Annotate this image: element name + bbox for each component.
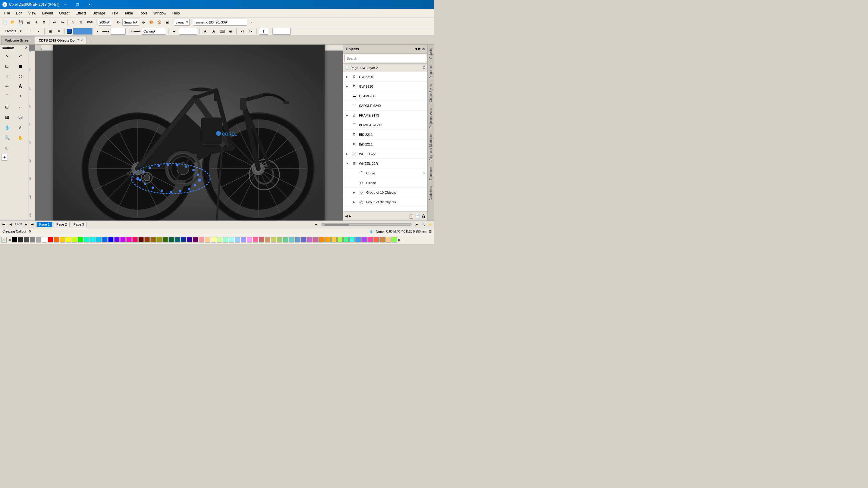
obj-item-group32[interactable]: ▶ ◎ Group of 32 Objects xyxy=(343,197,427,207)
end-arrow-dropdown[interactable]: ──▾ xyxy=(133,28,141,35)
objects-search-input[interactable] xyxy=(344,55,426,62)
obj-item-gw9990[interactable]: ▶ ⚙ GW-9990 xyxy=(343,82,427,91)
settings-button[interactable]: ⚙ xyxy=(140,19,147,26)
side-tab-transform[interactable]: Transform xyxy=(428,164,434,183)
nav-scroll-left[interactable]: ◀ xyxy=(313,222,319,227)
color-swatch-gold[interactable] xyxy=(331,237,337,242)
rectangle-tool[interactable]: ◻ xyxy=(1,61,13,71)
toolbox-add-button[interactable]: + xyxy=(1,154,8,161)
status-expand-icon[interactable]: ⊡ xyxy=(429,230,432,233)
obj-expand-gw8890[interactable]: ▶ xyxy=(346,75,349,78)
transform-button[interactable]: ⤡ xyxy=(69,19,76,26)
tab-document[interactable]: CDTS-2019 Objects Do...* ✕ xyxy=(35,36,87,44)
color-swatch-yellow2[interactable] xyxy=(66,237,71,242)
fill-tool[interactable]: 💧 xyxy=(1,123,13,132)
new-object-button[interactable]: 📄 xyxy=(415,214,420,219)
color-swatch-amber[interactable] xyxy=(325,237,331,242)
color-swatch-gray1[interactable] xyxy=(30,237,35,242)
obj-item-group10[interactable]: ▶ ○ Group of 10 Objects xyxy=(343,188,427,197)
color-swatch-dark2[interactable] xyxy=(24,237,29,242)
color-swatch-indigo[interactable] xyxy=(187,237,192,242)
color-swatch-medpurple[interactable] xyxy=(301,237,307,242)
menu-view[interactable]: View xyxy=(25,10,39,17)
menu-bitmaps[interactable]: Bitmaps xyxy=(90,10,108,17)
color-swatch-darkteal[interactable] xyxy=(175,237,180,242)
color-swatch-lightcyan[interactable] xyxy=(229,237,234,242)
page-number-input[interactable] xyxy=(259,28,268,35)
color-swatch-darkgreen[interactable] xyxy=(162,237,168,242)
color-swatch-turquoise[interactable] xyxy=(349,237,355,242)
side-tab-properties[interactable]: Properties xyxy=(428,62,434,82)
color-swatch-teal2[interactable] xyxy=(168,237,174,242)
perspective-tool[interactable]: 🎲 xyxy=(15,112,26,122)
obj-item-bik2211-1[interactable]: ▶ ⚙ BiK-2211 xyxy=(343,130,427,139)
color-swatch-orchid[interactable] xyxy=(307,237,313,242)
objects-panel-nav-right[interactable]: ▶ xyxy=(418,47,421,51)
color-swatch-springgreen[interactable] xyxy=(343,237,349,242)
footer-nav-right[interactable]: ▶ xyxy=(349,214,351,218)
color-swatch-dark1[interactable] xyxy=(18,237,23,242)
outline-style-btn[interactable]: ──▾ xyxy=(102,28,110,35)
nav-scroll-right[interactable]: ▶ xyxy=(414,222,420,227)
import-button[interactable]: ⬇ xyxy=(33,19,40,26)
ellipse-tool[interactable]: ○ xyxy=(1,71,13,81)
page-nav-next[interactable]: ▶ xyxy=(23,222,29,227)
color-swatch-lavender[interactable] xyxy=(241,237,246,242)
export-button[interactable]: ⬆ xyxy=(40,19,48,26)
page-nav-first[interactable]: ⏮ xyxy=(1,222,7,227)
tab-welcome[interactable]: Welcome Screen xyxy=(1,36,34,44)
color-swatch-paleviolet[interactable] xyxy=(313,237,318,242)
color-swatch-tan[interactable] xyxy=(265,237,270,242)
color-swatch-pink1[interactable] xyxy=(126,237,132,242)
outline-width-input[interactable]: 0.25 mm xyxy=(73,28,93,35)
connector-tool[interactable]: ▦ xyxy=(1,112,13,122)
side-tab-guidelines[interactable]: Guidelines xyxy=(428,184,434,203)
obj-item-clamp08[interactable]: ▶ ▬ CLAMP-08 xyxy=(343,91,427,101)
color-swatch-lime[interactable] xyxy=(72,237,78,242)
color-swatch-lightblue[interactable] xyxy=(235,237,240,242)
toolbox-close[interactable]: ✕ xyxy=(25,46,27,50)
color-swatch-seafoam[interactable] xyxy=(283,237,288,242)
zoom-dropdown[interactable]: 200%▾ xyxy=(98,19,111,26)
color-swatch-yellow1[interactable] xyxy=(60,237,65,242)
print-button[interactable]: 🖨 xyxy=(25,19,32,26)
objects-panel-nav-left[interactable]: ◀ xyxy=(415,47,417,51)
color-swatch-mint[interactable] xyxy=(223,237,228,242)
obj-item-bik2211-2[interactable]: ▶ ⚙ BiK-2211 xyxy=(343,139,427,149)
minimize-button[interactable]: ─ xyxy=(59,0,71,9)
color-swatch-blue2[interactable] xyxy=(108,237,114,242)
outline-unit-dropdown[interactable]: ▾ xyxy=(94,28,101,35)
obj-item-bowcab1212[interactable]: ▶ ⌒ BOWCAB-1212 xyxy=(343,120,427,130)
side-tab-projected-axes[interactable]: Projected Axes xyxy=(428,105,434,131)
color-swatch-wheat[interactable] xyxy=(385,237,391,242)
object-manager-button[interactable]: ≡ xyxy=(55,28,62,35)
menu-text[interactable]: Text xyxy=(108,10,121,17)
freehand-tool[interactable]: ✏ xyxy=(1,82,13,91)
color-swatch-blue1[interactable] xyxy=(102,237,107,242)
obj-expand-group10[interactable]: ▶ xyxy=(353,191,356,194)
obj-item-ellipse[interactable]: ▶ ○ Ellipse xyxy=(343,178,427,188)
connector2-tool[interactable]: ⊕ xyxy=(1,143,13,153)
color-swatch-violet[interactable] xyxy=(361,237,367,242)
menu-help[interactable]: Help xyxy=(169,10,183,17)
color-swatch-olive1[interactable] xyxy=(150,237,156,242)
restore-button[interactable]: ❐ xyxy=(71,0,84,9)
color-swatch-pink2[interactable] xyxy=(132,237,138,242)
color-swatch-green[interactable] xyxy=(78,237,84,242)
color-swatch-hotpink[interactable] xyxy=(253,237,258,242)
menu-edit[interactable]: Edit xyxy=(13,10,25,17)
char-button[interactable]: ⌨ xyxy=(218,28,226,35)
color-swatch-black[interactable] xyxy=(12,237,17,242)
export-pdf-button[interactable]: PDF xyxy=(85,19,95,26)
color-swatch-navy[interactable] xyxy=(181,237,186,242)
zoom-out-btn[interactable]: 🔍 xyxy=(421,222,426,227)
color-swatch-lawngreen[interactable] xyxy=(392,237,397,242)
color-swatch-steelblue[interactable] xyxy=(289,237,294,242)
color-swatch-purple2[interactable] xyxy=(120,237,126,242)
side-tab-align[interactable]: Align and Distribute xyxy=(428,132,434,163)
save-button[interactable]: 💾 xyxy=(17,19,24,26)
page-tab-2[interactable]: Page 2 xyxy=(54,222,70,227)
color-swatch-skyblue[interactable] xyxy=(96,237,101,242)
nib-button[interactable]: ✒ xyxy=(170,28,178,35)
dimension-tool[interactable]: ↔ xyxy=(15,102,26,112)
